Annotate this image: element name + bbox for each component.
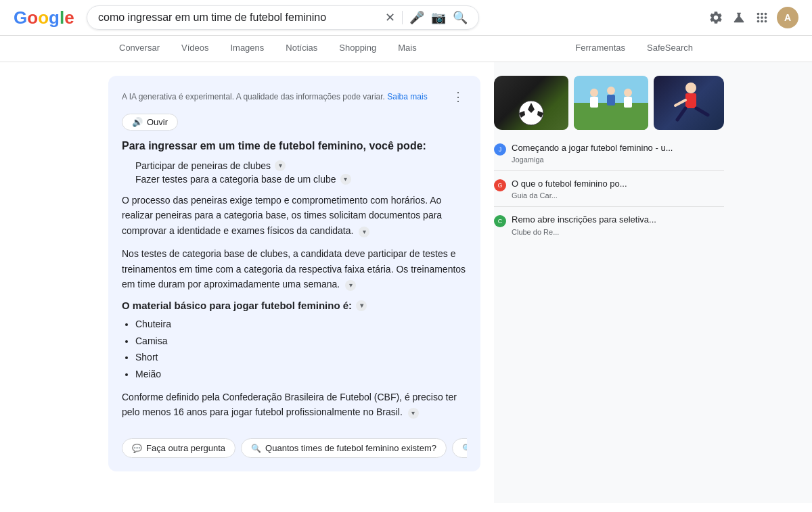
chip-ask-question[interactable]: 💬 Faça outra pergunta — [122, 438, 235, 458]
svg-point-8 — [607, 87, 615, 95]
ai-generative-box: A IA generativa é experimental. A qualid… — [108, 76, 480, 471]
svg-rect-7 — [590, 97, 598, 108]
material-item-4: Meião — [135, 367, 467, 381]
svg-rect-5 — [574, 103, 648, 130]
header: Google como ingressar em um time de fute… — [0, 0, 812, 36]
chip-search-icon: 🔍 — [251, 444, 261, 453]
tab-ferramentas[interactable]: Ferramentas — [564, 36, 636, 62]
labs-icon[interactable] — [731, 9, 747, 26]
source-title-3: Remo abre inscrições para seletiva... — [512, 214, 724, 226]
speaker-icon: 🔊 — [132, 117, 143, 127]
material-section-title: O material básico para jogar futebol fem… — [122, 300, 467, 311]
source-name-2: Guia da Car... — [512, 191, 724, 200]
svg-line-15 — [696, 108, 708, 115]
source-content-1: Começando a jogar futebol feminino - u..… — [512, 142, 724, 164]
more-options-icon[interactable]: ⋮ — [449, 87, 467, 107]
google-logo[interactable]: Google — [14, 7, 76, 28]
source-card-1[interactable]: J Começando a jogar futebol feminino - u… — [494, 135, 724, 170]
header-right: A — [708, 7, 798, 28]
material-list: Chuteira Camisa Short Meião — [135, 317, 467, 381]
svg-line-14 — [677, 108, 685, 120]
source-content-2: O que o futebol feminino po... Guia da C… — [512, 178, 724, 200]
ai-notice: A IA generativa é experimental. A qualid… — [122, 87, 467, 107]
image-search-icon[interactable]: 📷 — [431, 10, 446, 25]
tab-conversar[interactable]: Conversar — [108, 36, 171, 62]
expand-icon-1[interactable]: ▾ — [275, 160, 286, 171]
image-card-2[interactable] — [574, 76, 648, 130]
svg-point-10 — [624, 89, 632, 97]
user-avatar[interactable]: A — [777, 7, 798, 28]
source-card-2[interactable]: G O que o futebol feminino po... Guia da… — [494, 170, 724, 206]
svg-rect-9 — [607, 95, 615, 106]
svg-rect-11 — [624, 97, 632, 108]
image-card-1[interactable] — [494, 76, 568, 130]
ai-paragraph-2: Nos testes de categoria base de clubes, … — [122, 246, 467, 292]
right-panel: › J Começando a jogar futebol feminino -… — [494, 62, 738, 503]
clear-icon[interactable]: ✕ — [385, 10, 395, 25]
listen-button[interactable]: 🔊 Ouvir — [122, 114, 178, 131]
source-icon-2: G — [494, 179, 506, 191]
search-input[interactable]: como ingressar em um time de futebol fem… — [98, 11, 380, 24]
voice-search-icon[interactable]: 🎤 — [409, 10, 424, 25]
settings-icon[interactable] — [708, 9, 724, 26]
tab-shopping[interactable]: Shopping — [328, 36, 387, 62]
source-name-3: Clube do Re... — [512, 228, 724, 236]
source-cards: J Começando a jogar futebol feminino - u… — [494, 135, 724, 243]
search-bar: como ingressar em um time de futebol fem… — [87, 5, 479, 30]
tab-videos[interactable]: Vídeos — [171, 36, 219, 62]
chat-icon: 💬 — [132, 444, 142, 453]
image-card-3[interactable] — [654, 76, 724, 130]
main-content: A IA generativa é experimental. A qualid… — [0, 62, 812, 503]
svg-rect-13 — [685, 93, 696, 108]
svg-point-6 — [590, 89, 598, 97]
expand-icon-p1[interactable]: ▾ — [359, 227, 369, 237]
expand-icon-2[interactable]: ▾ — [340, 174, 351, 185]
chip-quantos-times[interactable]: 🔍 Quantos times de futebol feminino exis… — [241, 438, 447, 458]
chip-search-icon-2: 🔍 — [462, 444, 467, 453]
source-title-2: O que o futebol feminino po... — [512, 178, 724, 190]
search-actions: ✕ 🎤 📷 🔍 — [385, 10, 468, 25]
ai-paragraph-3: Conforme definido pela Confederação Bras… — [122, 390, 467, 420]
source-title-1: Começando a jogar futebol feminino - u..… — [512, 142, 724, 154]
material-item-1: Chuteira — [135, 317, 467, 331]
ai-answer-panel: A IA generativa é experimental. A qualid… — [0, 62, 494, 503]
material-item-2: Camisa — [135, 333, 467, 348]
svg-point-12 — [685, 83, 696, 93]
ai-steps-list: Participar de peneiras de clubes ▾ Fazer… — [135, 160, 467, 185]
material-item-3: Short — [135, 350, 467, 365]
saiba-mais-link[interactable]: Saiba mais — [387, 92, 427, 101]
source-content-3: Remo abre inscrições para seletiva... Cl… — [512, 214, 724, 235]
nav-tabs: Conversar Vídeos Imagens Notícias Shoppi… — [0, 36, 812, 62]
svg-text:Google: Google — [14, 7, 74, 28]
source-icon-1: J — [494, 143, 506, 156]
tab-safesearch[interactable]: SafeSearch — [636, 36, 704, 62]
search-button-icon[interactable]: 🔍 — [453, 10, 468, 25]
expand-icon-p2[interactable]: ▾ — [345, 280, 356, 291]
tab-noticias[interactable]: Notícias — [275, 36, 328, 62]
expand-icon-p3[interactable]: ▾ — [408, 408, 419, 419]
ai-notice-text: A IA generativa é experimental. A qualid… — [122, 92, 447, 101]
ai-answer-title: Para ingressar em um time de futebol fem… — [122, 140, 467, 152]
apps-icon[interactable] — [754, 9, 770, 26]
list-item: Fazer testes para a categoria base de um… — [135, 174, 467, 185]
chip-melhor-jogadora[interactable]: 🔍 Qual a melhor jogadora do mundo? — [452, 438, 467, 458]
source-card-3[interactable]: C Remo abre inscrições para seletiva... … — [494, 206, 724, 242]
image-strip: › — [494, 76, 724, 130]
tab-mais[interactable]: Mais — [387, 36, 427, 62]
suggestion-chips: 💬 Faça outra pergunta 🔍 Quantos times de… — [122, 428, 467, 461]
tab-imagens[interactable]: Imagens — [219, 36, 275, 62]
source-name-1: Jogamiga — [512, 156, 724, 164]
expand-icon-material[interactable]: ▾ — [356, 300, 367, 311]
list-item: Participar de peneiras de clubes ▾ — [135, 160, 467, 171]
svg-line-16 — [675, 100, 685, 106]
ai-paragraph-1: O processo das peneiras exige tempo e co… — [122, 193, 467, 238]
source-icon-3: C — [494, 215, 506, 227]
